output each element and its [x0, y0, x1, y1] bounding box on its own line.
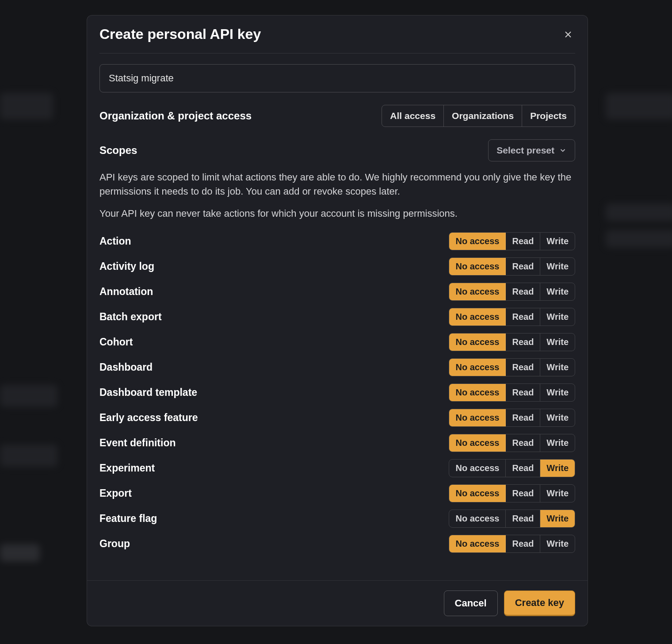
- scope-option-read[interactable]: Read: [506, 460, 540, 477]
- scope-row: Feature flagNo accessReadWrite: [99, 506, 575, 531]
- close-button[interactable]: [561, 27, 575, 42]
- scope-access-segmented: No accessReadWrite: [449, 510, 575, 528]
- scope-option-read[interactable]: Read: [506, 308, 540, 326]
- scope-option-write[interactable]: Write: [540, 409, 575, 426]
- scope-row: GroupNo accessReadWrite: [99, 531, 575, 556]
- scope-name: Event definition: [99, 437, 176, 449]
- scope-access-segmented: No accessReadWrite: [449, 283, 575, 301]
- scope-name: Early access feature: [99, 412, 198, 424]
- scope-option-read[interactable]: Read: [506, 283, 540, 300]
- scope-row: ExperimentNo accessReadWrite: [99, 456, 575, 481]
- scope-option-read[interactable]: Read: [506, 334, 540, 351]
- scope-name: Export: [99, 487, 132, 499]
- scope-access-segmented: No accessReadWrite: [449, 383, 575, 402]
- scope-name: Cohort: [99, 336, 133, 348]
- scope-option-write[interactable]: Write: [540, 485, 575, 502]
- tab-projects[interactable]: Projects: [522, 105, 575, 126]
- scope-option-write[interactable]: Write: [540, 359, 575, 376]
- scope-name: Experiment: [99, 462, 155, 474]
- scope-name: Action: [99, 235, 131, 247]
- tab-all-access[interactable]: All access: [382, 105, 444, 126]
- scope-option-read[interactable]: Read: [506, 434, 540, 452]
- scope-option-no-access[interactable]: No access: [449, 258, 506, 275]
- scope-access-segmented: No accessReadWrite: [449, 535, 575, 553]
- scope-option-no-access[interactable]: No access: [449, 409, 506, 426]
- scope-option-no-access[interactable]: No access: [449, 384, 506, 401]
- scope-option-no-access[interactable]: No access: [449, 359, 506, 376]
- scope-access-segmented: No accessReadWrite: [449, 358, 575, 376]
- scope-option-no-access[interactable]: No access: [449, 233, 506, 250]
- scope-option-read[interactable]: Read: [506, 233, 540, 250]
- scope-row: AnnotationNo accessReadWrite: [99, 279, 575, 304]
- chevron-down-icon: [559, 146, 567, 154]
- scope-access-segmented: No accessReadWrite: [449, 308, 575, 326]
- scope-name: Dashboard: [99, 361, 153, 373]
- scope-option-write[interactable]: Write: [540, 510, 575, 527]
- scope-option-read[interactable]: Read: [506, 384, 540, 401]
- scope-option-write[interactable]: Write: [540, 334, 575, 351]
- tab-organizations[interactable]: Organizations: [444, 105, 522, 126]
- scope-row: Early access featureNo accessReadWrite: [99, 405, 575, 430]
- scope-option-no-access[interactable]: No access: [449, 334, 506, 351]
- modal-title: Create personal API key: [99, 26, 261, 42]
- scope-option-read[interactable]: Read: [506, 485, 540, 502]
- modal-footer: Cancel Create key: [87, 580, 588, 626]
- api-key-name-input[interactable]: [99, 64, 575, 92]
- create-api-key-modal: Create personal API key Organization & p…: [87, 15, 588, 626]
- scope-access-segmented: No accessReadWrite: [449, 409, 575, 427]
- modal-body: Organization & project access All access…: [87, 54, 588, 580]
- scope-name: Activity log: [99, 261, 154, 272]
- scope-option-read[interactable]: Read: [506, 258, 540, 275]
- scope-row: Activity logNo accessReadWrite: [99, 254, 575, 279]
- scope-row: Batch exportNo accessReadWrite: [99, 304, 575, 330]
- modal-header: Create personal API key: [87, 15, 588, 42]
- org-access-row: Organization & project access All access…: [99, 105, 575, 127]
- scope-row: ActionNo accessReadWrite: [99, 229, 575, 254]
- scope-access-segmented: No accessReadWrite: [449, 333, 575, 351]
- scope-option-write[interactable]: Write: [540, 460, 575, 477]
- scope-option-write[interactable]: Write: [540, 233, 575, 250]
- scope-option-write[interactable]: Write: [540, 434, 575, 452]
- scope-option-no-access[interactable]: No access: [449, 308, 506, 326]
- scope-access-segmented: No accessReadWrite: [449, 459, 575, 477]
- scope-option-write[interactable]: Write: [540, 258, 575, 275]
- scope-option-no-access[interactable]: No access: [449, 283, 506, 300]
- scopes-label: Scopes: [99, 144, 137, 157]
- scope-option-read[interactable]: Read: [506, 409, 540, 426]
- org-access-label: Organization & project access: [99, 110, 252, 122]
- scope-option-write[interactable]: Write: [540, 535, 575, 552]
- scope-name: Batch export: [99, 311, 162, 323]
- scope-row: CohortNo accessReadWrite: [99, 330, 575, 355]
- scope-option-no-access[interactable]: No access: [449, 460, 506, 477]
- scope-option-no-access[interactable]: No access: [449, 535, 506, 552]
- scope-option-no-access[interactable]: No access: [449, 434, 506, 452]
- create-key-button[interactable]: Create key: [504, 590, 575, 616]
- cancel-button[interactable]: Cancel: [444, 590, 498, 616]
- scope-name: Group: [99, 538, 130, 550]
- scope-option-write[interactable]: Write: [540, 384, 575, 401]
- scope-row: Event definitionNo accessReadWrite: [99, 430, 575, 456]
- scope-option-read[interactable]: Read: [506, 535, 540, 552]
- select-preset-button[interactable]: Select preset: [488, 139, 575, 161]
- scope-option-no-access[interactable]: No access: [449, 510, 506, 527]
- select-preset-label: Select preset: [496, 145, 554, 156]
- scope-row: DashboardNo accessReadWrite: [99, 355, 575, 380]
- scope-list: ActionNo accessReadWriteActivity logNo a…: [99, 229, 575, 556]
- scope-option-write[interactable]: Write: [540, 283, 575, 300]
- scope-option-read[interactable]: Read: [506, 510, 540, 527]
- scopes-description: API keys are scoped to limit what action…: [99, 170, 575, 221]
- scope-access-segmented: No accessReadWrite: [449, 232, 575, 250]
- scopes-header-row: Scopes Select preset: [99, 139, 575, 161]
- scope-option-read[interactable]: Read: [506, 359, 540, 376]
- scope-access-segmented: No accessReadWrite: [449, 484, 575, 502]
- scope-name: Dashboard template: [99, 387, 197, 399]
- scopes-desc-line-2: Your API key can never take actions for …: [99, 207, 575, 221]
- close-icon: [563, 29, 573, 40]
- org-access-segmented: All access Organizations Projects: [382, 105, 575, 127]
- scope-option-write[interactable]: Write: [540, 308, 575, 326]
- scope-row: Dashboard templateNo accessReadWrite: [99, 380, 575, 405]
- scope-access-segmented: No accessReadWrite: [449, 434, 575, 452]
- scopes-desc-line-1: API keys are scoped to limit what action…: [99, 170, 575, 199]
- scope-option-no-access[interactable]: No access: [449, 485, 506, 502]
- scope-name: Feature flag: [99, 513, 157, 525]
